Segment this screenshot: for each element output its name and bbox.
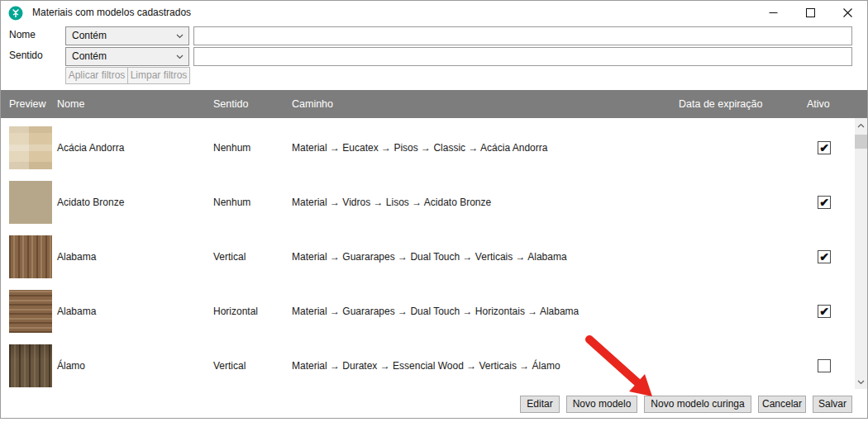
titlebar: Materiais com modelos cadastrados (1, 1, 867, 26)
app-window: Materiais com modelos cadastrados Nome C… (0, 0, 868, 419)
scroll-down-button[interactable] (855, 375, 867, 389)
table-row[interactable]: Alabama Horizontal Material → Guararapes… (1, 284, 855, 339)
chevron-up-icon (857, 123, 865, 128)
maximize-button[interactable] (792, 1, 829, 25)
cell-caminho: Material → Eucatex → Pisos → Classic → A… (292, 121, 547, 175)
clear-filters-button[interactable]: Limpar filtros (127, 67, 190, 84)
vertical-scrollbar[interactable] (855, 118, 867, 389)
column-header-preview[interactable]: Preview (9, 90, 45, 118)
cell-sentido: Nenhum (213, 175, 250, 230)
editar-button[interactable]: Editar (520, 396, 560, 413)
novo-modelo-button[interactable]: Novo modelo (566, 396, 637, 413)
material-preview-thumbnail (9, 181, 52, 224)
sentido-operator-select[interactable]: Contém (65, 47, 189, 66)
table-row[interactable]: Acidato Bronze Nenhum Material → Vidros … (1, 175, 855, 230)
column-header-nome[interactable]: Nome (57, 90, 84, 118)
ativo-checkbox[interactable]: ✔ (818, 141, 831, 154)
scroll-up-button[interactable] (855, 118, 867, 132)
maximize-icon (806, 8, 815, 17)
table-row[interactable]: Álamo Vertical Material → Duratex → Esse… (1, 339, 855, 389)
cell-nome: Alabama (57, 284, 96, 339)
nome-operator-select[interactable]: Contém (65, 26, 189, 45)
close-icon (843, 8, 852, 17)
app-logo-icon (8, 6, 23, 21)
minimize-icon (769, 8, 778, 17)
scrollbar-thumb[interactable] (855, 135, 867, 149)
ativo-checkbox[interactable]: ✔ (818, 250, 831, 263)
column-header-ativo[interactable]: Ativo (807, 90, 830, 118)
sentido-filter-input[interactable] (193, 47, 852, 66)
grid-body: Acácia Andorra Nenhum Material → Eucatex… (1, 118, 855, 389)
cancelar-button[interactable]: Cancelar (758, 396, 806, 413)
cell-caminho: Material → Guararapes → Dual Touch → Ver… (292, 230, 567, 284)
cell-caminho: Material → Vidros → Lisos → Acidato Bron… (292, 175, 491, 230)
novo-modelo-curinga-button[interactable]: Novo modelo curinga (644, 396, 751, 413)
chevron-down-icon (857, 380, 865, 385)
cell-nome: Acidato Bronze (57, 175, 124, 230)
cell-sentido: Vertical (213, 339, 246, 389)
cell-nome: Acácia Andorra (57, 121, 124, 175)
cell-caminho: Material → Duratex → Essencial Wood → Ve… (292, 339, 560, 389)
minimize-button[interactable] (755, 1, 792, 25)
column-header-sentido[interactable]: Sentido (213, 90, 248, 118)
window-title: Materiais com modelos cadastrados (32, 7, 191, 18)
cell-sentido: Vertical (213, 230, 246, 284)
chevron-down-icon (176, 55, 184, 59)
column-header-caminho[interactable]: Caminho (292, 90, 333, 118)
ativo-checkbox[interactable]: ✔ (818, 305, 831, 318)
material-preview-thumbnail (9, 344, 52, 387)
cell-nome: Álamo (57, 339, 85, 389)
grid-header: Preview Nome Sentido Caminho Data de exp… (1, 90, 867, 118)
nome-filter-label: Nome (9, 29, 36, 40)
material-preview-thumbnail (9, 290, 52, 333)
ativo-checkbox[interactable] (818, 359, 831, 372)
table-row[interactable]: Alabama Vertical Material → Guararapes →… (1, 230, 855, 284)
salvar-button[interactable]: Salvar (813, 396, 852, 413)
cell-sentido: Horizontal (213, 284, 258, 339)
nome-operator-value: Contém (72, 30, 107, 41)
sentido-operator-value: Contém (72, 50, 107, 62)
cell-nome: Alabama (57, 230, 96, 284)
apply-filters-button[interactable]: Aplicar filtros (65, 67, 128, 84)
table-row[interactable]: Acácia Andorra Nenhum Material → Eucatex… (1, 121, 855, 175)
material-preview-thumbnail (9, 235, 52, 278)
cell-sentido: Nenhum (213, 121, 250, 175)
cell-caminho: Material → Guararapes → Dual Touch → Hor… (292, 284, 579, 339)
material-preview-thumbnail (9, 126, 52, 169)
close-button[interactable] (829, 1, 866, 25)
nome-filter-input[interactable] (193, 26, 852, 45)
chevron-down-icon (176, 34, 184, 39)
ativo-checkbox[interactable]: ✔ (818, 196, 831, 209)
sentido-filter-label: Sentido (9, 50, 43, 61)
column-header-data-expiracao[interactable]: Data de expiração (679, 90, 762, 118)
